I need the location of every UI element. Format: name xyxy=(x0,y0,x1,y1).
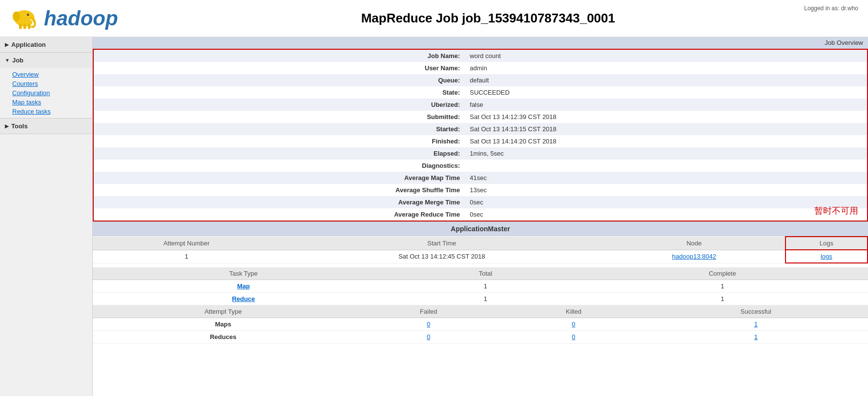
task-col-complete: Complete xyxy=(577,267,868,280)
attempt-killed: 0 xyxy=(503,318,643,331)
job-overview-label: State: xyxy=(93,86,465,99)
task-type-table: Task Type Total Complete Map11Reduce11 xyxy=(93,267,868,305)
job-overview-value: 1mins, 5sec xyxy=(465,147,868,160)
sidebar-tools-header[interactable]: ▶ Tools xyxy=(0,119,92,134)
job-overview-label: Queue: xyxy=(93,74,465,86)
sidebar-job-header[interactable]: ▼ Job xyxy=(0,53,92,68)
job-overview-row: Queue:default xyxy=(93,74,868,86)
svg-rect-5 xyxy=(19,24,22,29)
job-overview-value: 13sec xyxy=(465,184,868,196)
job-overview-label: Elapsed: xyxy=(93,147,465,160)
sidebar-job-nav: Overview Counters Configuration Map task… xyxy=(0,68,92,118)
sidebar-item-overview[interactable]: Overview xyxy=(10,70,92,79)
job-overview-row: State:SUCCEEDED xyxy=(93,86,868,99)
am-col-attempt: Attempt Number xyxy=(93,237,280,250)
attempt-successful-link[interactable]: 1 xyxy=(754,321,758,328)
task-complete: 1 xyxy=(577,293,868,305)
job-overview-value: 41sec xyxy=(465,172,868,184)
task-total: 1 xyxy=(394,293,577,305)
am-logs-cell: logs xyxy=(785,250,868,263)
attempt-type: Reduces xyxy=(93,331,353,343)
sidebar-application-section: ▶ Application xyxy=(0,37,92,53)
job-overview-value: false xyxy=(465,99,868,111)
job-overview-label: Started: xyxy=(93,123,465,135)
job-overview-row: Average Map Time41sec xyxy=(93,172,868,184)
application-master-section: ApplicationMaster Attempt Number Start T… xyxy=(93,222,868,263)
job-overview-label: Average Merge Time xyxy=(93,196,465,208)
attempt-killed-link[interactable]: 0 xyxy=(572,333,575,341)
attempt-col-successful: Successful xyxy=(644,305,868,318)
attempt-successful: 1 xyxy=(644,331,868,343)
sidebar-application-header[interactable]: ▶ Application xyxy=(0,37,92,52)
sidebar-item-configuration[interactable]: Configuration xyxy=(10,88,92,98)
job-overview-row: Started:Sat Oct 13 14:13:15 CST 2018 xyxy=(93,123,868,135)
job-overview-label: User Name: xyxy=(93,62,465,74)
svg-rect-7 xyxy=(28,24,31,29)
job-overview-value: default xyxy=(465,74,868,86)
not-available-text: 暂时不可用 xyxy=(809,202,863,219)
task-col-type: Task Type xyxy=(93,267,394,280)
application-arrow-icon: ▶ xyxy=(5,42,9,47)
attempt-successful-link[interactable]: 1 xyxy=(754,333,758,341)
job-overview-value: Sat Oct 13 14:13:15 CST 2018 xyxy=(465,123,868,135)
page-title: MapReduce Job job_1539410787343_0001 xyxy=(118,11,858,26)
tools-arrow-icon: ▶ xyxy=(5,123,9,129)
sidebar-item-reduce-tasks[interactable]: Reduce tasks xyxy=(10,107,92,116)
am-node: hadoop13:8042 xyxy=(603,250,785,263)
am-col-logs: Logs xyxy=(785,237,868,250)
sidebar-item-map-tasks[interactable]: Map tasks xyxy=(10,98,92,107)
job-overview-row: User Name:admin xyxy=(93,62,868,74)
am-node-link[interactable]: hadoop13:8042 xyxy=(672,253,716,260)
job-overview-label: Submitted: xyxy=(93,111,465,123)
job-overview-row: Average Shuffle Time13sec xyxy=(93,184,868,196)
attempt-col-failed: Failed xyxy=(353,305,503,318)
attempt-col-type: Attempt Type xyxy=(93,305,353,318)
am-col-node: Node xyxy=(603,237,785,250)
logged-in-text: Logged in as: dr.who xyxy=(804,5,858,12)
task-type-link[interactable]: Reduce xyxy=(232,295,255,302)
attempt-killed-link[interactable]: 0 xyxy=(572,321,575,328)
task-type: Map xyxy=(93,280,394,293)
job-overview-row: Diagnostics: xyxy=(93,160,868,172)
sidebar-item-counters[interactable]: Counters xyxy=(10,79,92,88)
job-overview-value xyxy=(465,160,868,172)
task-type: Reduce xyxy=(93,293,394,305)
job-overview-row: Job Name:word count xyxy=(93,49,868,62)
job-overview-value: SUCCEEDED xyxy=(465,86,868,99)
main-content: Job Overview Job Name:word countUser Nam… xyxy=(93,37,868,396)
job-arrow-icon: ▼ xyxy=(5,58,10,63)
task-complete: 1 xyxy=(577,280,868,293)
job-overview-value: word count xyxy=(465,49,868,62)
job-overview-value: 0sec xyxy=(465,208,868,221)
task-type-link[interactable]: Map xyxy=(237,282,250,290)
job-overview-row: Uberized:false xyxy=(93,99,868,111)
application-master-title: ApplicationMaster xyxy=(93,222,868,236)
attempt-failed: 0 xyxy=(353,318,503,331)
attempt-failed-link[interactable]: 0 xyxy=(427,321,430,328)
job-overview-label: Uberized: xyxy=(93,99,465,111)
sidebar-tools-label: Tools xyxy=(11,122,28,130)
sidebar-job-section: ▼ Job Overview Counters Configuration Ma… xyxy=(0,53,92,119)
job-overview-header: Job Overview xyxy=(93,37,868,49)
job-overview-value: 0sec xyxy=(465,196,868,208)
job-overview-value: Sat Oct 13 14:12:39 CST 2018 xyxy=(465,111,868,123)
job-overview-row: Submitted:Sat Oct 13 14:12:39 CST 2018 xyxy=(93,111,868,123)
am-logs-link[interactable]: logs xyxy=(821,253,832,260)
attempt-killed: 0 xyxy=(503,331,643,343)
attempt-type: Maps xyxy=(93,318,353,331)
am-row: 1Sat Oct 13 14:12:45 CST 2018hadoop13:80… xyxy=(93,250,868,263)
job-overview-row: Average Merge Time0sec xyxy=(93,196,868,208)
task-summary-section: Task Type Total Complete Map11Reduce11 A… xyxy=(93,267,868,343)
sidebar: ▶ Application ▼ Job Overview Counters Co… xyxy=(0,37,93,396)
svg-point-2 xyxy=(13,11,20,21)
logo-area: hadoop xyxy=(10,5,118,32)
application-master-table: Attempt Number Start Time Node Logs 1Sat… xyxy=(93,236,868,263)
attempt-failed: 0 xyxy=(353,331,503,343)
job-overview-label: Job Name: xyxy=(93,49,465,62)
job-overview-label: Average Reduce Time xyxy=(93,208,465,221)
attempt-failed-link[interactable]: 0 xyxy=(427,333,430,341)
task-col-total: Total xyxy=(394,267,577,280)
svg-point-3 xyxy=(27,14,29,16)
job-overview-section: Job Overview Job Name:word countUser Nam… xyxy=(93,37,868,222)
attempt-successful: 1 xyxy=(644,318,868,331)
